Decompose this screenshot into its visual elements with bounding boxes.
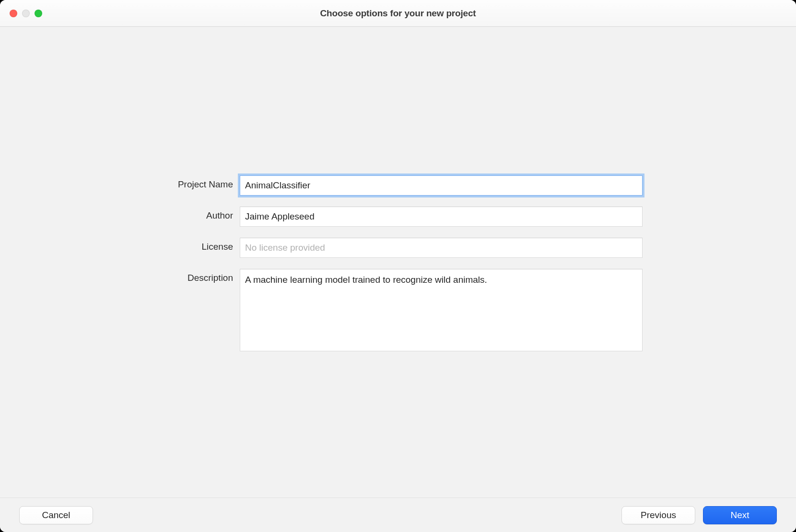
window-controls: [10, 10, 42, 17]
license-input[interactable]: [240, 238, 643, 258]
cancel-button[interactable]: Cancel: [19, 506, 93, 524]
author-row: Author: [153, 207, 643, 227]
license-row: License: [153, 238, 643, 258]
license-label: License: [153, 238, 240, 252]
description-label: Description: [153, 269, 240, 283]
description-input[interactable]: [240, 269, 643, 351]
dialog-content: Project Name Author License Description: [0, 27, 796, 497]
project-name-label: Project Name: [153, 175, 240, 190]
project-name-input[interactable]: [240, 175, 643, 196]
author-label: Author: [153, 207, 240, 221]
next-button[interactable]: Next: [703, 506, 777, 524]
project-options-form: Project Name Author License Description: [153, 175, 643, 364]
dialog-footer: Cancel Previous Next: [0, 497, 796, 532]
minimize-window-icon: [22, 10, 30, 17]
window-title: Choose options for your new project: [0, 8, 796, 19]
previous-button[interactable]: Previous: [621, 506, 695, 524]
close-window-icon[interactable]: [10, 10, 17, 17]
project-name-row: Project Name: [153, 175, 643, 196]
maximize-window-icon[interactable]: [35, 10, 42, 17]
author-input[interactable]: [240, 207, 643, 227]
dialog-window: Choose options for your new project Proj…: [0, 0, 796, 532]
titlebar: Choose options for your new project: [0, 0, 796, 27]
description-row: Description: [153, 269, 643, 353]
